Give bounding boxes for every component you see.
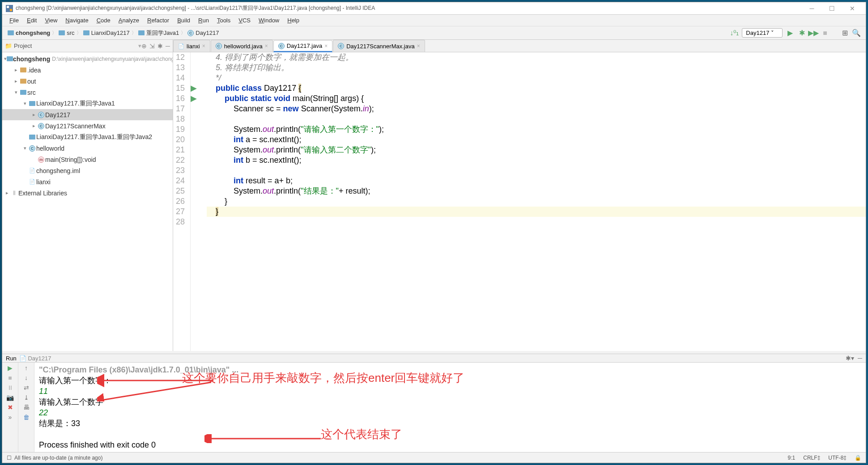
pause-icon[interactable]: ⏸ [7,384,13,391]
settings-icon[interactable]: ✱ [157,42,163,50]
rerun-icon[interactable]: ▶ [8,364,13,372]
window-controls: ─ ☐ ✕ [802,2,862,15]
editor-tab[interactable]: 📄lianxi× [173,40,210,52]
tree-item[interactable]: ▸CDay1217ScannerMax [2,120,173,131]
run-tab-label[interactable]: Run [6,355,17,362]
menu-refactor[interactable]: Refactor [144,16,173,25]
tab-close-icon[interactable]: × [417,43,420,49]
search-icon[interactable]: 🔍 [852,29,860,37]
menu-vcs[interactable]: VCS [235,16,254,25]
tree-item[interactable]: ▸⦀External Libraries [2,187,173,199]
breadcrumb-item[interactable]: chongsheng [8,30,50,36]
project-title: 📁 Project ▾ [5,42,141,49]
editor-tab[interactable]: CDay1217ScannerMax.java× [333,40,425,52]
encoding[interactable]: UTF-8‡ [828,455,847,461]
run-settings-icon[interactable]: ✱▾ [846,355,854,362]
project-sidebar: 📁 Project ▾ ⊕ ⇲ ✱ ─ ▾chongshengD:\xinjia… [2,40,173,351]
tree-item[interactable]: ▸out [2,76,173,87]
menu-help[interactable]: Help [284,16,303,25]
tree-item[interactable]: ▸.idea [2,64,173,76]
tab-close-icon[interactable]: × [265,43,268,49]
code-content[interactable]: 4. 得到了两个数字，就需要加在一起。 5. 将结果打印输出。 */ publi… [201,52,866,351]
app-icon [6,5,13,12]
up-icon[interactable]: ↑ [25,364,28,372]
menu-navigate[interactable]: Navigate [62,16,92,25]
run-panel: Run 📄 Day1217 ✱▾ ─ ▶ ■ ⏸ 📷 ✖ » ↑ ↓ ⇄ ⤓ 🖶… [2,354,866,452]
more-icon[interactable]: » [9,414,12,421]
dump-icon[interactable]: 📷 [6,394,14,401]
hide-icon[interactable]: ─ [166,42,170,50]
tree-item[interactable]: 📄chongsheng.iml [2,165,173,176]
maximize-button[interactable]: ☐ [822,2,842,15]
tab-close-icon[interactable]: × [202,43,205,49]
content-area: 📁 Project ▾ ⊕ ⇲ ✱ ─ ▾chongshengD:\xinjia… [2,40,866,351]
exit-icon[interactable]: ✖ [8,404,13,411]
minimize-button[interactable]: ─ [802,2,822,15]
stop-icon[interactable]: ■ [821,29,829,37]
menubar: FileEditViewNavigateCodeAnalyzeRefactorB… [2,15,866,26]
menu-file[interactable]: File [6,16,22,25]
menu-analyze[interactable]: Analyze [115,16,143,25]
editor-tab[interactable]: Chelloworld.java× [211,40,273,52]
debug-icon[interactable]: ✱ [798,29,806,37]
status-message: All files are up-to-date (a minute ago) [14,455,102,461]
breadcrumb-item[interactable]: src [59,30,74,36]
menu-build[interactable]: Build [174,16,194,25]
run-icon[interactable]: ▶ [786,29,794,37]
breadcrumb-item[interactable]: LianxiDay1217 [83,30,130,36]
menu-code[interactable]: Code [93,16,114,25]
run-hide-icon[interactable]: ─ [858,355,862,362]
toolbar-right: ↓⁰₁ Day1217 ˅ ▶ ✱ ▶▶ ■ ⊞ 🔍 [730,28,860,38]
app-window: chongsheng [D:\xinjianwenjianjia\chengxu… [2,2,866,463]
tree-item[interactable]: ▸CDay1217 [2,109,173,120]
status-right: 9:1 CRLF‡ UTF-8‡ 🔒 [788,455,861,461]
console-output[interactable]: 这个要你自己用手来敲数字，然后按enter回车键就好了 这个代表结束了 "C:\… [34,363,866,452]
breadcrumb: chongsheng〉 src〉 LianxiDay1217〉 重回学Java1… [8,29,730,37]
tab-close-icon[interactable]: × [324,43,328,49]
wrap-icon[interactable]: ⇄ [24,384,29,391]
project-tools: ⊕ ⇲ ✱ ─ [141,42,170,50]
svg-rect-1 [7,6,9,8]
tree-item[interactable]: ▾src [2,87,173,98]
editor-tab[interactable]: CDay1217.java× [273,40,333,52]
titlebar-text: chongsheng [D:\xinjianwenjianjia\chengxu… [16,4,802,12]
scroll-icon[interactable]: ⤓ [24,394,29,401]
menu-tools[interactable]: Tools [213,16,234,25]
tree-item[interactable]: LianxiDay1217.重回学Java1.重回学Java2 [2,131,173,143]
caret-position[interactable]: 9:1 [788,455,796,461]
run-config-select[interactable]: Day1217 ˅ [742,28,783,38]
icon-column: ▶▶ [191,52,201,351]
menu-run[interactable]: Run [195,16,213,25]
structure-icon[interactable]: ⊞ [841,29,849,37]
breadcrumb-item[interactable]: C Day1217 [187,30,219,36]
nav-toolbar: chongsheng〉 src〉 LianxiDay1217〉 重回学Java1… [2,26,866,40]
down-icon[interactable]: ↓ [25,374,28,381]
stop-run-icon[interactable]: ■ [8,374,12,381]
project-tree[interactable]: ▾chongshengD:\xinjianwenjianjia\chengxun… [2,52,173,351]
titlebar: chongsheng [D:\xinjianwenjianjia\chengxu… [2,2,866,15]
tree-item[interactable]: 📄lianxi [2,176,173,187]
menu-window[interactable]: Window [255,16,283,25]
breadcrumb-item[interactable]: 重回学Java1 [138,29,179,37]
editor-tabs: 📄lianxi×Chelloworld.java×CDay1217.java×C… [173,40,866,52]
tree-item[interactable]: ▾Chelloworld [2,143,173,154]
close-button[interactable]: ✕ [842,2,862,15]
tree-item[interactable]: ▾LianxiDay1217.重回学Java1 [2,98,173,109]
status-bar: ☐ All files are up-to-date (a minute ago… [2,452,866,463]
trash-icon[interactable]: 🗑 [23,414,30,421]
run-tools-primary: ▶ ■ ⏸ 📷 ✖ » [2,363,18,452]
line-ending[interactable]: CRLF‡ [803,455,820,461]
status-icon: ☐ [7,455,12,461]
menu-view[interactable]: View [41,16,61,25]
sync-icon[interactable]: ↓⁰₁ [730,29,738,37]
lock-icon[interactable]: 🔒 [855,455,861,461]
menu-edit[interactable]: Edit [23,16,40,25]
print-icon[interactable]: 🖶 [23,404,30,411]
coverage-icon[interactable]: ▶▶ [809,29,817,37]
run-tools-secondary: ↑ ↓ ⇄ ⤓ 🖶 🗑 [18,363,34,452]
code-editor[interactable]: 1213141516171819202122232425262728 ▶▶ 4.… [173,52,866,351]
tree-item[interactable]: mmain(String[]):void [2,154,173,165]
collapse-icon[interactable]: ⇲ [149,42,155,50]
target-icon[interactable]: ⊕ [141,42,147,50]
tree-item[interactable]: ▾chongshengD:\xinjianwenjianjia\chengxun… [2,53,173,64]
